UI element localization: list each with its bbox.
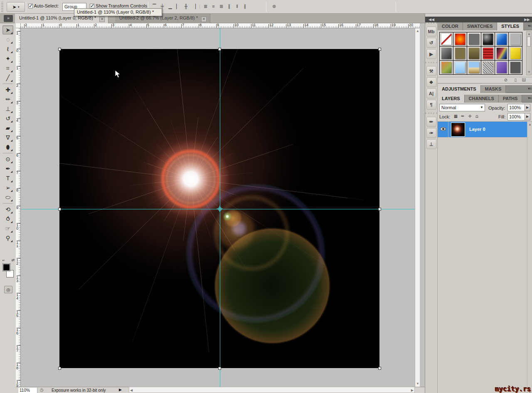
canvas-viewport[interactable] (21, 28, 415, 387)
auto-align-layers-icon[interactable]: ⊛ (271, 2, 278, 10)
transform-handle[interactable] (378, 367, 381, 370)
clear-style-icon[interactable]: ⊘ (504, 78, 507, 82)
character-icon[interactable]: A| (426, 88, 436, 98)
transform-handle[interactable] (378, 208, 381, 211)
align-left-edges-icon[interactable]: ▏ (175, 2, 182, 10)
transform-handle[interactable] (378, 48, 381, 51)
style-swatch-sky-horizon[interactable] (467, 61, 480, 74)
path-selection-tool[interactable]: ➢◢ (2, 183, 13, 192)
swap-colors-icon[interactable]: ⇄ (11, 258, 15, 262)
transform-handle[interactable] (218, 48, 221, 51)
eraser-tool[interactable]: ▰◢ (2, 123, 13, 133)
panel-menu-icon[interactable]: ▾≡ (528, 24, 531, 28)
layer-thumbnail[interactable] (451, 123, 465, 137)
distribute-vertical-centers-icon[interactable]: ≡ (210, 2, 217, 10)
collapse-panels-icon[interactable]: ▶▶ (524, 17, 530, 22)
fill-spinner[interactable]: ▶ (525, 113, 530, 120)
scroll-up-icon[interactable]: ▲ (527, 32, 531, 36)
distribute-left-edges-icon[interactable]: ∥ (226, 2, 233, 10)
delete-style-icon[interactable]: Ш (522, 78, 526, 82)
scroll-up-icon[interactable]: ▲ (528, 123, 532, 127)
move-tool[interactable]: ➤◢ (2, 25, 13, 34)
hand-tool[interactable]: ☞◢ (2, 224, 13, 233)
history-brush-tool[interactable]: ↺◢ (2, 114, 13, 123)
options-bar-grip[interactable] (1, 2, 3, 12)
history-icon[interactable]: ↺ (426, 38, 436, 48)
ellipse-shape-tool[interactable]: ⬭◢ (2, 193, 13, 202)
zoom-level-field[interactable]: 110% (18, 388, 37, 393)
brush-tool[interactable]: ✏◢ (2, 95, 13, 104)
clone-source-icon[interactable]: ⊥ (426, 139, 436, 149)
panel-menu-icon[interactable]: ▾≡ (528, 86, 531, 91)
scroll-left-icon[interactable]: ◀ (130, 388, 133, 393)
scroll-right-icon[interactable]: ▶ (411, 388, 414, 393)
distribute-right-edges-icon[interactable]: ∥ (241, 2, 249, 10)
show-transform-checkbox[interactable] (90, 4, 94, 8)
blur-tool[interactable]: ⬮◢ (2, 142, 13, 152)
lasso-tool[interactable]: ℓ◢ (2, 44, 13, 54)
style-swatch-black-gloss-sphere[interactable] (481, 32, 495, 46)
distribute-horizontal-centers-icon[interactable]: ‖ (234, 2, 241, 10)
transform-handle[interactable] (58, 208, 61, 211)
transform-handle[interactable] (218, 367, 221, 370)
dodge-tool[interactable]: ⊙◢ (2, 155, 13, 164)
style-swatch-dark-gray-solid[interactable] (509, 61, 522, 74)
opacity-field[interactable]: 100% (507, 104, 525, 111)
foreground-color-swatch[interactable] (2, 263, 10, 271)
new-style-icon[interactable]: ▯ (514, 78, 517, 82)
type-tool[interactable]: T◢ (2, 174, 13, 183)
style-swatch-dark-multicolor[interactable] (495, 47, 508, 60)
style-swatch-olive-solid[interactable] (453, 47, 467, 60)
orbit-3d-tool[interactable]: ⥀◢ (2, 214, 13, 224)
style-swatch-no-style[interactable] (440, 32, 453, 46)
style-swatch-gray-pattern[interactable] (481, 61, 495, 74)
paragraph-icon[interactable]: ¶ (426, 100, 436, 110)
tool-presets-icon[interactable]: ⚒ (426, 66, 436, 76)
quick-mask-button[interactable]: ◎ (4, 286, 12, 293)
tab-masks[interactable]: MASKS (481, 85, 506, 93)
tab-paths[interactable]: PATHS (499, 95, 522, 103)
panel-menu-icon[interactable]: ▾≡ (528, 96, 531, 100)
crop-tool[interactable]: ⌗◢ (2, 64, 13, 73)
align-right-edges-icon[interactable]: ▕ (190, 2, 197, 10)
transform-handle[interactable] (58, 48, 61, 51)
tab-channels[interactable]: CHANNELS (465, 95, 499, 103)
vertical-scrollbar[interactable]: ▲ ▼ (415, 28, 420, 387)
transform-reference-point[interactable] (217, 206, 223, 212)
tab-layers[interactable]: LAYERS (438, 95, 465, 103)
style-swatch-gray-solid[interactable] (467, 32, 480, 46)
spot-healing-brush-tool[interactable]: ✚◢ (2, 85, 13, 94)
tab-styles[interactable]: STYLES (497, 22, 524, 30)
lock-transparent-pixels-icon[interactable]: ▦ (453, 113, 459, 120)
style-swatch-purple-gloss[interactable] (495, 61, 508, 74)
opacity-spinner[interactable]: ▶ (525, 104, 530, 111)
scrollbar-thumb[interactable] (527, 37, 531, 47)
style-swatch-red-orange-glow[interactable] (453, 32, 467, 46)
lock-image-pixels-icon[interactable]: ✏ (460, 113, 466, 120)
tab-adjustments[interactable]: ADJUSTMENTS (438, 85, 481, 93)
close-icon[interactable]: ✕ (99, 17, 105, 22)
default-colors-icon[interactable]: ▪▫ (2, 258, 5, 262)
quick-selection-tool[interactable]: ✦◢ (2, 54, 13, 63)
mini-bridge-icon[interactable]: Mb (426, 27, 436, 37)
zoom-tool[interactable]: ⚲◢ (2, 233, 13, 243)
style-swatch-yellow-gloss[interactable] (509, 47, 522, 60)
actions-icon[interactable]: ▶ (426, 49, 436, 59)
layer-row[interactable]: Layer 0 (438, 122, 532, 138)
status-clock-icon[interactable]: ◷ (40, 388, 47, 392)
toolbar-collapse-button[interactable]: » (4, 15, 13, 22)
styles-scrollbar[interactable]: ▲ ▼ (526, 31, 532, 75)
auto-select-checkbox[interactable] (28, 4, 33, 8)
clone-stamp-tool[interactable]: ⊥◢ (2, 104, 13, 113)
horizontal-ruler[interactable]: 2101234567891011121314151617181920 (21, 23, 420, 28)
transform-handle[interactable] (58, 367, 61, 370)
tab-swatches[interactable]: SWATCHES (463, 22, 498, 30)
eyedropper-tool[interactable]: ╱◢ (2, 73, 13, 82)
brush-panel-icon[interactable]: ✏ (426, 117, 436, 127)
layers-scrollbar[interactable]: ▲ ▼ (527, 122, 532, 393)
style-swatch-light-blue-gloss[interactable] (453, 61, 467, 74)
scroll-down-icon[interactable]: ▼ (527, 70, 531, 74)
elliptical-marquee-tool[interactable]: ◌◢ (2, 35, 13, 44)
distribute-bottom-edges-icon[interactable]: ≣ (218, 2, 225, 10)
vertical-ruler[interactable]: 1012345678910111213141516171819 (16, 28, 21, 387)
